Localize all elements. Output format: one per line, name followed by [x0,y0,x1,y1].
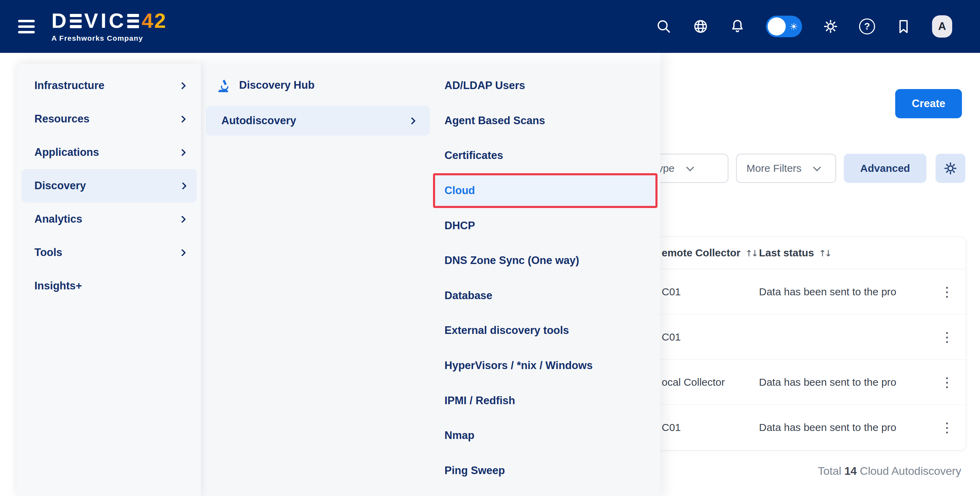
row-actions-kebab-icon[interactable]: ⋮ [940,330,954,344]
advanced-label: Advanced [860,163,910,174]
menu-item-tools[interactable]: Tools [17,236,201,269]
mega-menu-submenu-panel: Discovery Hub Autodiscovery AD/LDAP User… [201,53,660,496]
table-header-row: emote Collector↑↓ Last status↑↓ [640,237,966,269]
menu-item-dns-zone-sync[interactable]: DNS Zone Sync (One way) [434,243,660,278]
table-settings-button[interactable] [935,154,966,183]
row-actions-kebab-icon[interactable]: ⋮ [940,285,954,298]
stylized-e-icon [127,14,139,28]
menu-item-discovery[interactable]: Discovery [22,169,197,203]
chevron-right-icon [179,115,186,123]
menu-item-discovery-hub[interactable]: Discovery Hub [217,74,315,97]
menu-item-infrastructure[interactable]: Infrastructure [17,69,201,102]
advanced-filter-button[interactable]: Advanced [844,154,926,183]
menu-item-ipmi-redfish[interactable]: IPMI / Redfish [434,383,660,418]
table-row[interactable]: C01 ⋮ [640,314,966,360]
menu-item-ad-ldap-users[interactable]: AD/LDAP Users [434,68,660,103]
hamburger-menu-icon[interactable] [18,20,35,33]
user-avatar[interactable]: A [932,15,952,38]
chevron-right-icon [179,82,186,89]
more-filters-dropdown[interactable]: More Filters [736,154,836,183]
chevron-right-icon [179,182,187,189]
menu-item-insights-plus[interactable]: Insights+ [17,269,201,303]
navbar-actions: ☀ ? A [655,15,952,38]
device42-logo[interactable]: DVIC42 A Freshworks Company [51,10,167,42]
column-header-last-status[interactable]: Last status↑↓ [759,247,928,259]
sort-icon[interactable]: ↑↓ [819,248,830,258]
menu-item-autodiscovery[interactable]: Autodiscovery [206,106,430,136]
menu-item-database[interactable]: Database [434,278,660,313]
table-total-summary: Total 14 Cloud Autodiscovery [818,465,961,478]
menu-item-dhcp[interactable]: DHCP [434,208,660,243]
autodiscovery-table: emote Collector↑↓ Last status↑↓ C01 Data… [640,236,966,450]
mega-menu-root-panel: Infrastructure Resources Applications Di… [17,64,201,496]
menu-item-ping-sweep[interactable]: Ping Sweep [434,453,660,488]
cell-last-status: Data has been sent to the pro [759,376,928,388]
cell-last-status: Data has been sent to the pro [759,286,928,298]
search-icon[interactable] [655,18,672,35]
row-actions-kebab-icon[interactable]: ⋮ [940,376,954,389]
brand-subtitle: A Freshworks Company [51,34,167,42]
more-filters-label: More Filters [746,163,801,174]
menu-item-certificates[interactable]: Certificates [434,138,660,173]
settings-gear-icon[interactable] [822,18,839,35]
globe-icon[interactable] [692,18,709,35]
stylized-e-icon [70,14,82,28]
table-row[interactable]: C01 Data has been sent to the pro ⋮ [640,405,966,450]
cell-last-status: Data has been sent to the pro [759,421,928,434]
chevron-down-icon [686,163,694,171]
top-navbar: DVIC42 A Freshworks Company ☀ [0,0,980,53]
menu-item-cloud[interactable]: Cloud [433,173,657,208]
sun-icon: ☀ [789,21,798,32]
menu-item-agent-based-scans[interactable]: Agent Based Scans [434,103,660,139]
menu-item-external-discovery-tools[interactable]: External discovery tools [434,313,660,348]
menu-item-resources[interactable]: Resources [17,102,201,136]
sort-icon[interactable]: ↑↓ [745,248,757,258]
chevron-down-icon [813,163,821,171]
menu-item-applications[interactable]: Applications [17,136,201,169]
chevron-right-icon [179,215,186,223]
total-count: 14 [845,465,857,477]
row-actions-kebab-icon[interactable]: ⋮ [940,421,954,434]
table-row[interactable]: ocal Collector Data has been sent to the… [640,360,966,405]
chevron-right-icon [179,249,186,256]
help-icon[interactable]: ? [859,18,875,34]
notifications-bell-icon[interactable] [729,18,746,35]
chevron-right-icon [408,117,416,124]
bookmark-icon[interactable] [895,18,912,35]
autodiscovery-submenu: AD/LDAP Users Agent Based Scans Certific… [434,68,660,488]
microscope-icon [217,78,231,93]
menu-item-analytics[interactable]: Analytics [17,203,201,236]
brand-wordmark: DVIC42 [51,10,167,31]
chevron-right-icon [179,148,186,156]
menu-item-hypervisors-nix-windows[interactable]: HyperVisors / *nix / Windows [434,348,660,383]
table-row[interactable]: C01 Data has been sent to the pro ⋮ [640,269,966,314]
theme-toggle[interactable]: ☀ [766,16,802,37]
create-button[interactable]: Create [895,89,962,118]
menu-item-nmap[interactable]: Nmap [434,418,660,453]
toggle-knob [768,18,786,35]
